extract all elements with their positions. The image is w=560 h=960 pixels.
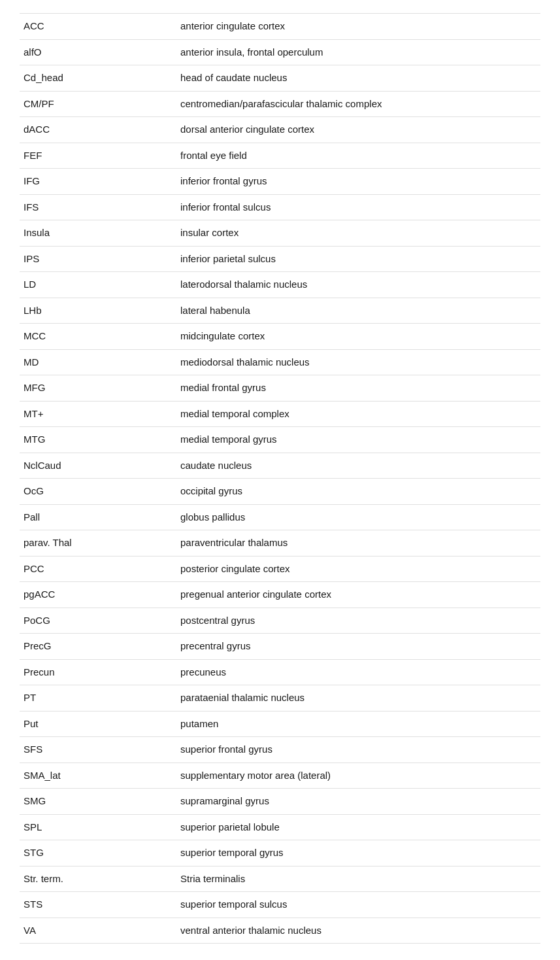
definition-cell: centromedian/parafascicular thalamic com… xyxy=(176,91,540,117)
definition-cell: superior parietal lobule xyxy=(176,814,540,840)
table-row: IFSinferior frontal sulcus xyxy=(20,194,540,220)
table-row: MTGmedial temporal gyrus xyxy=(20,427,540,453)
abbreviation-cell: IPS xyxy=(20,246,176,272)
abbreviation-cell: NclCaud xyxy=(20,453,176,479)
abbreviation-cell: LHb xyxy=(20,298,176,324)
abbreviation-cell: IFS xyxy=(20,194,176,220)
abbreviation-cell: VA xyxy=(20,917,176,944)
definition-cell: medial frontal gyrus xyxy=(176,375,540,402)
definition-cell: anterior cingulate cortex xyxy=(176,14,540,40)
abbreviation-cell: alfO xyxy=(20,39,176,65)
definition-cell: precentral gyrus xyxy=(176,634,540,660)
definition-cell: dorsal anterior cingulate cortex xyxy=(176,117,540,143)
definition-cell: supplementary motor area (lateral) xyxy=(176,763,540,789)
definition-cell: superior temporal sulcus xyxy=(176,892,540,918)
definition-cell: posterior cingulate cortex xyxy=(176,556,540,582)
table-row: Str. term.Stria terminalis xyxy=(20,866,540,892)
table-row: MFGmedial frontal gyrus xyxy=(20,375,540,402)
abbreviation-cell: SPL xyxy=(20,814,176,840)
table-row: dACCdorsal anterior cingulate cortex xyxy=(20,117,540,143)
abbreviation-cell: IFG xyxy=(20,169,176,195)
table-row: IPSinferior parietal sulcus xyxy=(20,246,540,272)
abbreviation-cell: Str. term. xyxy=(20,866,176,892)
table-row: NclCaudcaudate nucleus xyxy=(20,453,540,479)
table-row: parav. Thalparaventricular thalamus xyxy=(20,530,540,557)
table-row: LHblateral habenula xyxy=(20,298,540,324)
definition-cell: medial temporal complex xyxy=(176,401,540,427)
definition-cell: insular cortex xyxy=(176,220,540,247)
table-row: Insulainsular cortex xyxy=(20,220,540,247)
table-row: PoCGpostcentral gyrus xyxy=(20,608,540,634)
table-row: alfOanterior insula, frontal operculum xyxy=(20,39,540,65)
table-row: pgACCpregenual anterior cingulate cortex xyxy=(20,582,540,608)
table-row: Precunprecuneus xyxy=(20,659,540,685)
abbreviation-cell: Pall xyxy=(20,504,176,530)
definition-cell: globus pallidus xyxy=(176,504,540,530)
definition-cell: caudate nucleus xyxy=(176,453,540,479)
abbreviation-cell: SMG xyxy=(20,789,176,815)
definition-cell: frontal eye field xyxy=(176,143,540,169)
abbreviation-cell: LD xyxy=(20,272,176,298)
abbreviation-cell: MTG xyxy=(20,427,176,453)
definition-cell: head of caudate nucleus xyxy=(176,65,540,92)
abbreviation-cell: PT xyxy=(20,685,176,711)
table-row: SFSsuperior frontal gyrus xyxy=(20,737,540,763)
table-row: ACCanterior cingulate cortex xyxy=(20,14,540,40)
definition-cell: ventral anterior thalamic nucleus xyxy=(176,917,540,944)
definition-cell: inferior parietal sulcus xyxy=(176,246,540,272)
abbreviation-cell: CM/PF xyxy=(20,91,176,117)
abbreviation-cell: Precun xyxy=(20,659,176,685)
abbreviation-cell: PrecG xyxy=(20,634,176,660)
definition-cell: laterodorsal thalamic nucleus xyxy=(176,272,540,298)
abbreviation-cell: Insula xyxy=(20,220,176,247)
table-row: LDlaterodorsal thalamic nucleus xyxy=(20,272,540,298)
table-row: SMGsupramarginal gyrus xyxy=(20,789,540,815)
definition-cell: putamen xyxy=(176,711,540,737)
abbreviation-cell: MFG xyxy=(20,375,176,402)
abbreviation-table: ACCanterior cingulate cortexalfOanterior… xyxy=(20,13,540,944)
definition-cell: midcingulate cortex xyxy=(176,324,540,350)
definition-cell: occipital gyrus xyxy=(176,479,540,505)
abbreviation-cell: PCC xyxy=(20,556,176,582)
table-row: MT+medial temporal complex xyxy=(20,401,540,427)
table-row: Cd_headhead of caudate nucleus xyxy=(20,65,540,92)
abbreviation-cell: parav. Thal xyxy=(20,530,176,557)
abbreviation-cell: Put xyxy=(20,711,176,737)
table-row: MCCmidcingulate cortex xyxy=(20,324,540,350)
definition-cell: lateral habenula xyxy=(176,298,540,324)
table-row: MDmediodorsal thalamic nucleus xyxy=(20,349,540,375)
abbreviation-cell: dACC xyxy=(20,117,176,143)
definition-cell: anterior insula, frontal operculum xyxy=(176,39,540,65)
abbreviation-cell: ACC xyxy=(20,14,176,40)
definition-cell: medial temporal gyrus xyxy=(176,427,540,453)
table-row: PTparataenial thalamic nucleus xyxy=(20,685,540,711)
definition-cell: inferior frontal gyrus xyxy=(176,169,540,195)
definition-cell: precuneus xyxy=(176,659,540,685)
abbreviation-cell: Cd_head xyxy=(20,65,176,92)
abbreviation-cell: STG xyxy=(20,840,176,866)
definition-cell: superior temporal gyrus xyxy=(176,840,540,866)
definition-cell: Stria terminalis xyxy=(176,866,540,892)
abbreviation-cell: MT+ xyxy=(20,401,176,427)
abbreviation-cell: MCC xyxy=(20,324,176,350)
abbreviation-cell: STS xyxy=(20,892,176,918)
definition-cell: parataenial thalamic nucleus xyxy=(176,685,540,711)
abbreviation-cell: pgACC xyxy=(20,582,176,608)
definition-cell: inferior frontal sulcus xyxy=(176,194,540,220)
abbreviation-cell: PoCG xyxy=(20,608,176,634)
abbreviation-cell: OcG xyxy=(20,479,176,505)
table-row: IFGinferior frontal gyrus xyxy=(20,169,540,195)
table-row: FEFfrontal eye field xyxy=(20,143,540,169)
table-row: SPLsuperior parietal lobule xyxy=(20,814,540,840)
abbreviation-cell: MD xyxy=(20,349,176,375)
abbreviation-cell: SMA_lat xyxy=(20,763,176,789)
table-row: CM/PFcentromedian/parafascicular thalami… xyxy=(20,91,540,117)
table-row: VAventral anterior thalamic nucleus xyxy=(20,917,540,944)
table-row: OcGoccipital gyrus xyxy=(20,479,540,505)
table-row: STSsuperior temporal sulcus xyxy=(20,892,540,918)
abbreviation-cell: SFS xyxy=(20,737,176,763)
definition-cell: postcentral gyrus xyxy=(176,608,540,634)
table-row: PCCposterior cingulate cortex xyxy=(20,556,540,582)
definition-cell: paraventricular thalamus xyxy=(176,530,540,557)
definition-cell: mediodorsal thalamic nucleus xyxy=(176,349,540,375)
